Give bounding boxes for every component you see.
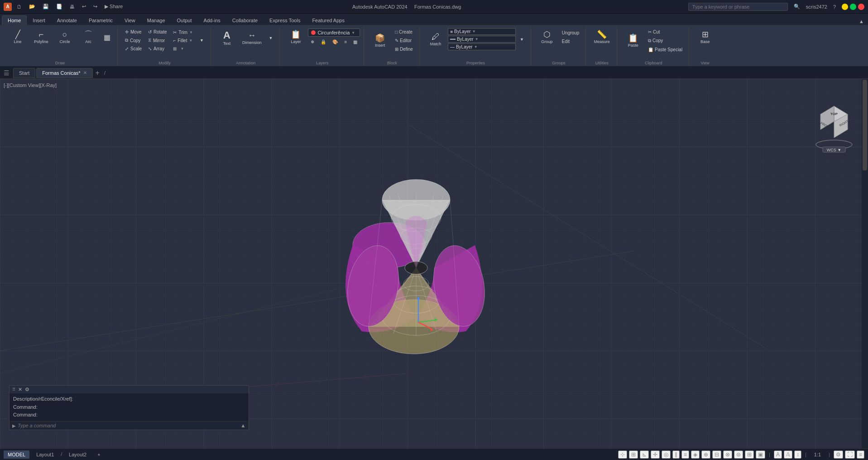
layer-dropdown[interactable]: Circunferência ▼ xyxy=(308,29,360,37)
otrack-button[interactable]: ∥ xyxy=(672,450,680,459)
circle-button[interactable]: ○ Circle xyxy=(53,28,76,46)
lineweight-control[interactable]: — ByLayer ▼ xyxy=(448,44,516,50)
insert-button[interactable]: 📦 Insert xyxy=(369,32,391,50)
quickprop-button[interactable]: ⊟ xyxy=(712,450,721,459)
open-button[interactable]: 📂 xyxy=(27,3,38,10)
draw-more-button[interactable]: ▦ xyxy=(101,28,114,46)
search-input[interactable] xyxy=(688,3,788,11)
saveas-button[interactable]: 📑 xyxy=(54,3,65,10)
model-tab[interactable]: MODEL xyxy=(4,450,29,459)
paste-button[interactable]: 📋 Paste xyxy=(622,32,644,50)
ungroup-button[interactable]: Ungroup xyxy=(559,29,582,37)
fillet-button[interactable]: ⌐ Fillet ▼ xyxy=(170,37,196,44)
scale-button[interactable]: ⤡ Array xyxy=(145,45,169,53)
tab-parametric[interactable]: Parametric xyxy=(83,15,119,25)
cmd-input[interactable] xyxy=(18,423,240,428)
modify-more-button[interactable]: ▼ xyxy=(197,28,207,53)
annotation-visibility-button[interactable]: 𝔸 xyxy=(784,450,792,459)
maximize-button[interactable] xyxy=(850,4,856,10)
scale-button[interactable]: 1:1 xyxy=(810,450,825,459)
tab-view[interactable]: View xyxy=(119,15,141,25)
cut-button[interactable]: ✂ Cut xyxy=(645,28,685,36)
nav-cube[interactable]: TOP RIGHT FRONT WCS ▼ xyxy=(814,102,854,142)
layer-properties-button[interactable]: 📋 Layer xyxy=(284,28,307,46)
redo-button[interactable]: ↪ xyxy=(91,3,100,10)
tab-featured[interactable]: Featured Apps xyxy=(306,15,350,25)
help-button[interactable]: ? xyxy=(831,3,838,10)
tab-collaborate[interactable]: Collaborate xyxy=(226,15,264,25)
layer-linetype-button[interactable]: ≡ xyxy=(341,38,350,46)
linetype-control[interactable]: ━━ ByLayer ▼ xyxy=(448,36,516,43)
annotation-more-button[interactable]: ▼ xyxy=(265,28,276,48)
hamburger-menu[interactable]: ☰ xyxy=(4,69,10,77)
ortho-button[interactable]: ⊾ xyxy=(640,450,649,459)
layout2-tab[interactable]: Layout2 xyxy=(65,450,91,459)
new-button[interactable]: 🗋 xyxy=(14,3,24,10)
cmd-expand-button[interactable]: ▲ xyxy=(240,422,246,429)
layer-freeze-button[interactable]: ❄ xyxy=(308,38,317,46)
line-button[interactable]: ╱ Line xyxy=(6,28,29,46)
save-button[interactable]: 💾 xyxy=(40,3,51,10)
ribbon-toggle[interactable]: ▲ xyxy=(857,18,866,25)
tab-addins[interactable]: Add-ins xyxy=(198,15,226,25)
block-define-button[interactable]: ⊞ Define xyxy=(392,45,416,53)
tab-formas-conicas[interactable]: Formas Conicas* ✕ xyxy=(36,68,92,78)
layout1-tab[interactable]: Layout1 xyxy=(32,450,58,459)
group-button[interactable]: ⬡ Group xyxy=(536,28,558,46)
block-create-button[interactable]: □ Create xyxy=(392,28,416,36)
grid-button[interactable]: ⊞ xyxy=(629,450,638,459)
search-button[interactable]: 🔍 xyxy=(791,3,802,10)
properties-more-button[interactable]: ▼ xyxy=(517,28,527,50)
share-button[interactable]: ▶ Share xyxy=(102,3,125,10)
minimize-button[interactable] xyxy=(842,4,848,10)
group-edit-button[interactable]: Edit xyxy=(559,38,582,45)
tab-start[interactable]: Start xyxy=(13,68,35,78)
copy-button[interactable]: ⧉ Copy xyxy=(122,36,144,44)
osnap-button[interactable]: ◎ xyxy=(662,450,671,459)
add-layout-button[interactable]: + xyxy=(93,450,104,459)
annotation-scale-button[interactable]: A xyxy=(774,450,782,459)
undo-button[interactable]: ↩ xyxy=(80,3,88,10)
polar-button[interactable]: ✛ xyxy=(651,450,660,459)
match-properties-button[interactable]: 🖊 Match xyxy=(424,30,447,48)
selcycle-button[interactable]: ⊗ xyxy=(723,450,732,459)
auto-scale-button[interactable]: ↕ xyxy=(794,450,801,459)
close-button[interactable] xyxy=(858,4,864,10)
array-button[interactable]: ⊞ ▼ xyxy=(170,45,196,53)
scroll-thumb[interactable] xyxy=(863,80,867,170)
scrollbar-right[interactable] xyxy=(862,79,868,448)
block-editor-button[interactable]: ✎ Editor xyxy=(392,37,416,44)
workspace-button[interactable]: ⚙ xyxy=(834,450,843,459)
layer-color-button[interactable]: 🎨 xyxy=(330,38,340,46)
trim-button[interactable]: ✂ Trim ▼ xyxy=(170,29,196,36)
color-control[interactable]: ■ ByLayer ▼ xyxy=(448,28,516,35)
gizmo-button[interactable]: ⊞ xyxy=(745,450,754,459)
text-button[interactable]: A Text xyxy=(216,28,238,48)
cmd-settings-button[interactable]: ⚙ xyxy=(25,387,29,392)
paste-special-button[interactable]: 📋 Paste Special xyxy=(645,46,685,53)
dynin-button[interactable]: ⊕ xyxy=(701,450,710,459)
layer-lock-button[interactable]: 🔒 xyxy=(318,38,329,46)
print-button[interactable]: 🖶 xyxy=(67,3,77,10)
arc-button[interactable]: ⌒ Arc xyxy=(77,28,100,46)
tab-express[interactable]: Express Tools xyxy=(264,15,306,25)
fullscreen-button[interactable]: ⛶ xyxy=(845,450,855,459)
tab-insert[interactable]: Insert xyxy=(27,15,51,25)
cmd-close-button[interactable]: ✕ xyxy=(18,387,22,392)
tab-home[interactable]: Home xyxy=(2,15,27,25)
measure-button[interactable]: 📏 Measure xyxy=(590,28,613,46)
customize-button[interactable]: ≡ xyxy=(857,450,864,459)
base-button[interactable]: ⊞ Base xyxy=(694,28,716,46)
rotate-button[interactable]: ↺ Rotate xyxy=(145,28,169,36)
3dosnap-button[interactable]: ⊜ xyxy=(734,450,743,459)
tab-annotate[interactable]: Annotate xyxy=(51,15,83,25)
layer-more-button[interactable]: ▦ xyxy=(350,38,360,46)
snap-button[interactable]: ⊹ xyxy=(618,450,627,459)
stretch-button[interactable]: ⤢ Scale xyxy=(122,45,144,53)
polyline-button[interactable]: ⌐ Polyline xyxy=(30,28,53,46)
lineweight-status-button[interactable]: ≡ xyxy=(681,450,689,459)
tab-manage[interactable]: Manage xyxy=(141,15,171,25)
mirror-button[interactable]: ⧖ Mirror xyxy=(145,36,169,44)
new-tab-button[interactable]: + xyxy=(94,69,101,77)
tab-output[interactable]: Output xyxy=(171,15,198,25)
